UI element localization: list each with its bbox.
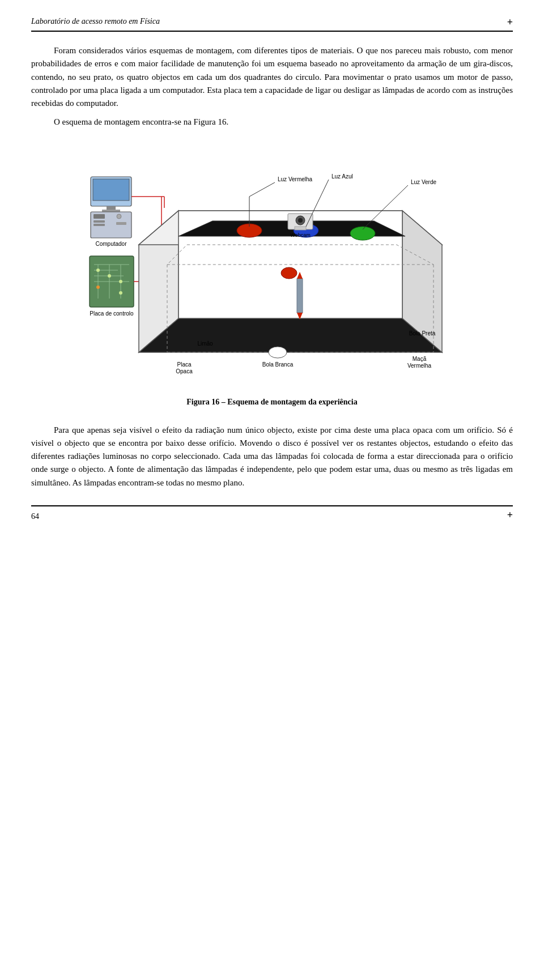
svg-text:Opaca: Opaca: [176, 368, 193, 374]
maca-vermelha-label: Maçã: [413, 356, 427, 362]
svg-point-21: [96, 286, 100, 289]
svg-rect-40: [295, 227, 306, 230]
paragraph-2: O esquema de montagem encontra-se na Fig…: [31, 116, 513, 129]
limao-label: Limão: [197, 340, 213, 347]
svg-point-36: [350, 227, 375, 240]
body-paragraph-1: Para que apenas seja visível o efeito da…: [31, 424, 513, 489]
body-text-block: Para que apenas seja visível o efeito da…: [31, 424, 513, 489]
luz-vermelha-label: Luz Vermelha: [278, 176, 313, 182]
svg-point-20: [119, 280, 122, 283]
bola-preta-label: Bola Preta: [409, 330, 436, 336]
page-number: 64: [31, 512, 39, 521]
page: Laboratório de acesso remoto em Física +…: [0, 0, 544, 531]
svg-rect-1: [93, 179, 129, 201]
svg-rect-7: [94, 224, 105, 226]
luz-azul-label: Luz Azul: [332, 173, 353, 180]
figure-16: Computador Placa de controlo: [31, 143, 513, 418]
computer-group: Computador: [91, 177, 131, 247]
svg-point-49: [269, 347, 287, 358]
svg-marker-28: [139, 318, 442, 352]
svg-rect-5: [94, 214, 105, 219]
placa-opaca-label: Placa: [177, 361, 191, 368]
placa-controlo-group: Placa de controlo: [90, 256, 134, 317]
footer-cross: +: [507, 509, 513, 521]
intro-text-block: Foram considerados vários esquemas de mo…: [31, 44, 513, 129]
svg-rect-42: [297, 279, 303, 313]
svg-point-8: [117, 214, 121, 219]
svg-rect-2: [107, 206, 116, 210]
svg-rect-3: [102, 210, 120, 212]
svg-point-22: [119, 291, 122, 295]
page-footer: 64 +: [31, 505, 513, 521]
computador-label: Computador: [95, 241, 127, 247]
svg-point-39: [298, 218, 303, 223]
luz-verde-label: Luz Verde: [411, 179, 436, 185]
svg-point-18: [96, 269, 100, 272]
paragraph-1: Foram considerados vários esquemas de mo…: [31, 44, 513, 110]
page-header: Laboratório de acesso remoto em Física +: [31, 17, 513, 32]
diagram-svg: Computador Placa de controlo: [74, 143, 470, 392]
svg-text:Vermelha: Vermelha: [407, 363, 432, 369]
bola-branca-label: Bola Branca: [262, 361, 294, 368]
svg-point-19: [108, 274, 111, 278]
svg-rect-9: [116, 222, 126, 225]
svg-rect-6: [94, 220, 105, 223]
svg-point-41: [281, 267, 297, 279]
placa-controlo-label: Placa de controlo: [90, 310, 134, 317]
header-cross: +: [507, 17, 513, 27]
figure-caption: Figura 16 – Esquema de montagem da exper…: [186, 398, 357, 407]
webcam-label: Webcam: [290, 232, 310, 238]
header-title: Laboratório de acesso remoto em Física: [31, 17, 160, 26]
svg-line-53: [249, 182, 275, 197]
